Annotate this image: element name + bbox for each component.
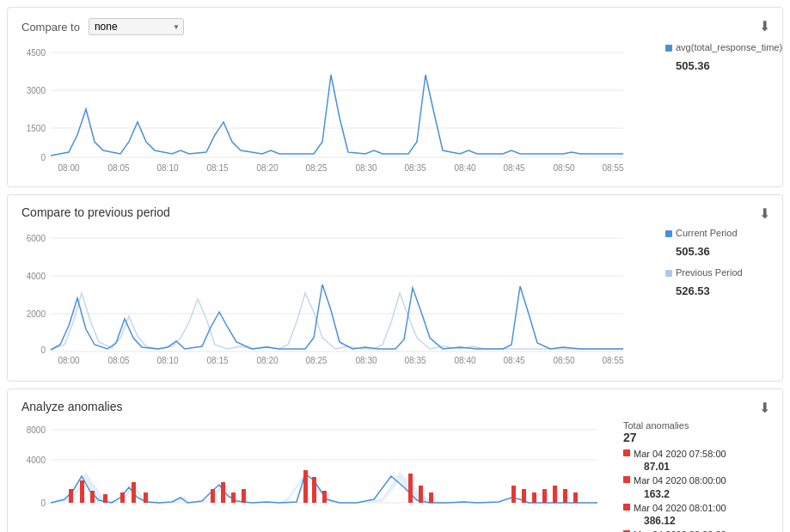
svg-text:08:15: 08:15 <box>206 163 228 173</box>
legend-item-1: avg(total_response_time) <box>665 40 769 56</box>
svg-text:08:55: 08:55 <box>602 356 623 365</box>
compare-select-wrapper[interactable]: none Previous Period Previous Year <box>89 18 184 35</box>
anomaly-bar <box>303 470 308 503</box>
anomaly-dot-2 <box>623 504 630 511</box>
svg-text:08:05: 08:05 <box>107 163 129 173</box>
chart-area-3: 8000 4000 0 -4000 <box>21 420 769 532</box>
compare-select[interactable]: none Previous Period Previous Year <box>89 18 184 35</box>
svg-text:0: 0 <box>40 153 46 162</box>
svg-text:6000: 6000 <box>27 234 46 243</box>
svg-text:08:00: 08:00 <box>58 163 79 173</box>
anomaly-bar <box>419 486 423 503</box>
anomaly-total-label: Total anomalies <box>623 420 689 431</box>
anomaly-bar <box>312 477 316 503</box>
svg-text:0: 0 <box>40 498 46 508</box>
svg-text:0: 0 <box>40 345 46 355</box>
svg-text:4500: 4500 <box>27 48 46 58</box>
svg-text:08:10: 08:10 <box>156 356 178 365</box>
chart-area-2: 6000 4000 2000 0 08:00 08:05 08:10 08:15… <box>21 226 769 370</box>
legend-label-previous: Previous Period <box>676 266 743 281</box>
svg-text:08:00: 08:00 <box>58 356 79 365</box>
download-button-1[interactable]: ⬇ <box>759 18 770 34</box>
panel-anomalies: Analyze anomalies ⬇ 8000 4000 0 -4000 <box>7 388 783 532</box>
legend-value-1: 505.36 <box>676 58 769 76</box>
svg-text:08:35: 08:35 <box>404 163 426 173</box>
anomaly-bar <box>573 492 578 503</box>
svg-text:08:40: 08:40 <box>454 163 475 173</box>
legend-label-current: Current Period <box>676 226 738 242</box>
anomaly-value-0: 87.01 <box>644 461 726 473</box>
svg-text:08:25: 08:25 <box>305 356 327 365</box>
legend-dot-current <box>665 230 672 237</box>
anomaly-bar <box>408 474 413 503</box>
svg-text:08:30: 08:30 <box>355 356 377 365</box>
anomaly-entry-1: Mar 04 2020 08:00:00 163.2 <box>623 474 769 499</box>
legend-item-current: Current Period <box>665 226 769 242</box>
legend-value-current: 505.36 <box>676 243 769 261</box>
svg-text:08:20: 08:20 <box>256 163 278 173</box>
svg-text:08:45: 08:45 <box>503 356 524 365</box>
legend-label-1: avg(total_response_time) <box>676 40 782 56</box>
anomaly-bar <box>221 482 225 503</box>
svg-text:08:10: 08:10 <box>156 163 178 173</box>
anomaly-bar <box>80 480 84 503</box>
chart-svg-2: 6000 4000 2000 0 08:00 08:05 08:10 08:15… <box>21 226 657 370</box>
legend-dot-previous <box>665 270 672 277</box>
legend-dot-1 <box>665 45 672 52</box>
anomaly-bar <box>231 492 236 503</box>
anomaly-bar <box>103 494 107 503</box>
svg-text:4000: 4000 <box>27 456 46 465</box>
anomaly-bar <box>532 492 536 503</box>
anomaly-bar <box>511 486 516 503</box>
anomaly-bar <box>322 491 327 503</box>
svg-text:08:20: 08:20 <box>256 356 278 365</box>
anomaly-bar <box>553 486 557 503</box>
svg-text:8000: 8000 <box>27 425 46 435</box>
svg-text:08:50: 08:50 <box>553 163 574 173</box>
anomaly-date-2: Mar 04 2020 08:01:00 <box>634 503 726 513</box>
legend-item-previous: Previous Period <box>665 266 769 281</box>
panel-compare-previous: Compare to previous period ⬇ 6000 4000 2… <box>7 194 783 382</box>
anomaly-bar <box>144 492 148 503</box>
svg-text:08:55: 08:55 <box>602 163 623 173</box>
svg-text:08:30: 08:30 <box>355 163 377 173</box>
anomaly-dot-0 <box>623 449 630 456</box>
svg-text:08:35: 08:35 <box>404 356 426 365</box>
svg-text:08:05: 08:05 <box>107 356 129 365</box>
anomaly-bar <box>522 489 526 503</box>
anomaly-dot-1 <box>623 476 630 483</box>
svg-text:1500: 1500 <box>27 124 46 133</box>
svg-text:4000: 4000 <box>27 272 46 281</box>
anomaly-bar <box>120 492 125 503</box>
download-button-2[interactable]: ⬇ <box>759 205 770 222</box>
anomaly-bar <box>211 489 215 503</box>
anomaly-value-2: 386.12 <box>644 515 726 527</box>
anomaly-legend: Total anomalies 27 Mar 04 2020 07:58:00 … <box>615 420 769 532</box>
chart-legend-1: avg(total_response_time) 505.36 <box>657 40 769 75</box>
anomaly-bar <box>429 492 433 503</box>
chart-area-1: 4500 3000 1500 0 08:00 08:05 08:10 08:15… <box>21 40 769 176</box>
svg-text:2000: 2000 <box>27 309 46 319</box>
anomaly-entry-2: Mar 04 2020 08:01:00 386.12 <box>623 502 769 527</box>
anomaly-bar <box>542 489 547 503</box>
chart-legend-2: Current Period 505.36 Previous Period 52… <box>657 226 769 301</box>
anomaly-bar <box>242 489 246 503</box>
svg-text:08:50: 08:50 <box>553 356 574 365</box>
legend-value-previous: 526.53 <box>676 283 769 301</box>
compare-to-label: Compare to <box>21 21 80 34</box>
panel-compare-to: Compare to none Previous Period Previous… <box>7 7 783 187</box>
anomaly-date-1: Mar 04 2020 08:00:00 <box>634 475 726 486</box>
anomaly-bar <box>132 482 136 503</box>
svg-text:3000: 3000 <box>27 86 46 95</box>
anomaly-value-1: 163.2 <box>644 488 726 500</box>
svg-text:08:40: 08:40 <box>454 356 475 365</box>
panel2-title: Compare to previous period <box>21 205 769 219</box>
chart-svg-1: 4500 3000 1500 0 08:00 08:05 08:10 08:15… <box>21 40 657 176</box>
svg-text:08:45: 08:45 <box>503 163 524 173</box>
chart-svg-3: 8000 4000 0 -4000 <box>21 420 615 532</box>
svg-text:08:25: 08:25 <box>305 163 327 173</box>
anomaly-entry-3: Mar 04 2020 08:02:00 <box>623 529 769 532</box>
panel3-title: Analyze anomalies <box>21 400 769 413</box>
anomaly-date-0: Mar 04 2020 07:58:00 <box>634 449 726 459</box>
download-button-3[interactable]: ⬇ <box>759 400 770 416</box>
